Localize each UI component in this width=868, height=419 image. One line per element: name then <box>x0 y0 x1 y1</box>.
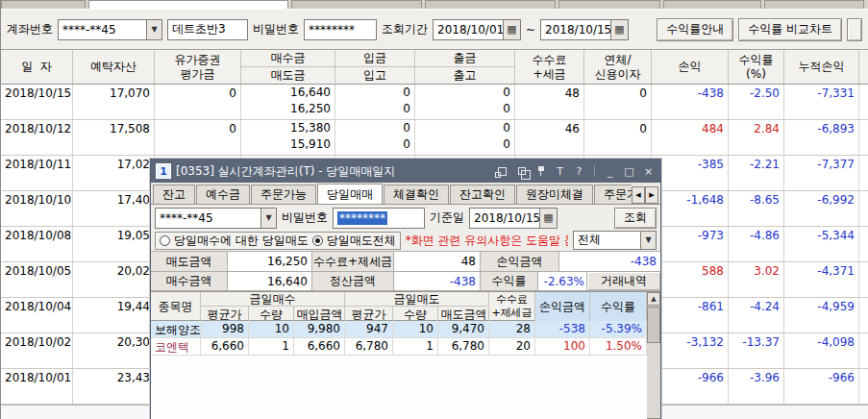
scrollbar-thumb[interactable] <box>647 307 660 343</box>
popup-tab-2[interactable]: 예수금 <box>196 185 250 204</box>
header-line: 수익률 <box>739 53 774 67</box>
radio-buy-sell-label[interactable]: 당일매수에 대한 당일매도 <box>174 233 309 249</box>
interest-cell: 0 <box>584 120 652 155</box>
period-tilde: ~ <box>526 23 535 37</box>
pl-label: 손익금액 <box>481 252 559 271</box>
popup-titlebar[interactable]: 1 [0353] 실시간계좌관리(T) - 당일매매일지 T ? _ □ × <box>151 160 660 183</box>
profit-compare-chart-button[interactable]: 수익률 비교차트 <box>738 18 842 41</box>
period-from-field[interactable]: 2018/10/01 <box>433 19 504 40</box>
popup-tab-6[interactable]: 잔고확인 <box>450 185 515 204</box>
dock-icon[interactable] <box>495 164 509 178</box>
window-tab-stub[interactable] <box>558 0 660 9</box>
text-tool-icon[interactable]: T <box>553 164 567 178</box>
password-field[interactable]: ******** <box>304 19 377 40</box>
popup-tab-5[interactable]: 체결확인 <box>384 185 449 204</box>
popup-tab-bar: 잔고예수금주문가능당일매매체결확인잔고확인원장미체결주문가능추정 ◀ ▶ <box>151 183 660 205</box>
main-table-row[interactable]: 2018/10/1217,508015,38015,91000004604842… <box>1 120 868 156</box>
radio-buy-sell-icon[interactable] <box>160 235 170 246</box>
radio-sell-all-label[interactable]: 당일매도전체 <box>327 233 396 249</box>
base-date-field[interactable]: 2018/10/15 <box>469 208 540 229</box>
clipped-button[interactable] <box>847 18 862 41</box>
radio-sell-all-icon[interactable] <box>312 235 323 246</box>
popup-account-row: ****-**45 ▼ 비밀번호 ******** 기준일 2018/10/15… <box>151 205 660 231</box>
header-line: 연체/ <box>604 53 631 67</box>
securities-eval-cell: 0 <box>155 85 241 119</box>
pl-cell: -973 <box>652 227 729 261</box>
fee-value: 48 <box>394 252 481 271</box>
scope-select[interactable]: 전체 ▼ <box>573 231 657 252</box>
period-label: 조회기간 <box>382 21 428 37</box>
trade-history-button[interactable]: 거래내역 <box>587 272 660 290</box>
query-button[interactable]: 조회 <box>614 208 657 229</box>
rate-cell: -13.37 <box>729 333 784 368</box>
header-rate: 수익률 (%) <box>729 50 784 84</box>
chevron-down-icon[interactable]: ▼ <box>640 231 657 250</box>
cum-pl-cell: -966 <box>784 369 859 404</box>
window-tab-stub[interactable] <box>1 0 86 9</box>
stock-name-cell: 보해양조 <box>151 321 201 337</box>
cash-out: 0 <box>415 120 514 136</box>
period-to-field[interactable]: 2018/10/15 <box>540 19 611 40</box>
partial-column-cell <box>859 298 868 333</box>
header-deposit-in: 입금 입고 <box>335 50 415 84</box>
chevron-down-icon[interactable]: ▼ <box>260 208 277 229</box>
popup-tab-4[interactable]: 당일매매 <box>317 184 383 204</box>
main-table-row[interactable]: 2018/10/1517,070016,64016,2500000480-438… <box>1 85 868 120</box>
popup-account-number[interactable]: ****-**45 <box>155 208 260 229</box>
account-number-value[interactable]: ****-**45 <box>58 19 146 40</box>
account-combobox[interactable]: ****-**45 ▼ <box>58 19 162 40</box>
buy-amount: 16,640 <box>241 85 335 101</box>
trade-table-body: 보해양조998109,980947109,47028-538-5.39%코엔텍6… <box>151 321 647 356</box>
window-tab-stub[interactable] <box>291 0 422 9</box>
profit-guide-button[interactable]: 수익률안내 <box>657 18 733 41</box>
deposit-asset-cell: 17,02 <box>73 156 155 190</box>
withdraw-out-cell: 00 <box>415 120 515 155</box>
trade-row[interactable]: 코엔텍6,66016,6606,78016,780201001.50% <box>151 338 647 356</box>
minimize-icon[interactable]: _ <box>603 164 617 178</box>
trade-row[interactable]: 보해양조998109,980947109,47028-538-5.39% <box>151 321 647 338</box>
popup-tab-7[interactable]: 원장미체결 <box>516 185 593 204</box>
pl-cell: -966 <box>652 369 729 404</box>
window-tab-stub[interactable] <box>663 0 761 9</box>
buy-amount-label: 매수금액 <box>151 272 228 290</box>
th-pl: 손익금액 <box>535 292 590 321</box>
help-icon[interactable]: ? <box>572 164 586 178</box>
partial-column-cell <box>859 156 868 190</box>
duplicate-window-icon[interactable] <box>514 164 529 178</box>
popup-tab-3[interactable]: 주문가능 <box>251 185 316 204</box>
partial-column-cell <box>859 120 868 155</box>
window-tab-strip <box>1 0 868 9</box>
pl-cell: -438 <box>652 85 729 119</box>
header-buy: 매수금 <box>241 50 335 67</box>
tab-scroll-left-icon[interactable]: ◀ <box>632 186 645 204</box>
scroll-up-icon[interactable]: ▲ <box>647 292 660 306</box>
cum-pl-cell: -7,377 <box>784 156 859 190</box>
calendar-icon[interactable]: ▦ <box>611 19 629 40</box>
close-icon[interactable]: × <box>641 164 656 178</box>
th-buy-avg: 평균가 <box>201 307 249 321</box>
popup-account-combobox[interactable]: ****-**45 ▼ <box>155 208 277 229</box>
partial-column-cell <box>859 227 868 261</box>
calendar-icon[interactable]: ▦ <box>504 19 521 40</box>
window-tab-stub[interactable] <box>425 0 556 9</box>
date-cell: 2018/10/04 <box>1 298 73 333</box>
maximize-icon[interactable]: □ <box>622 164 636 178</box>
header-line: +세금 <box>533 67 565 82</box>
pl-cell: 100 <box>535 338 590 355</box>
pin-icon[interactable] <box>533 164 548 178</box>
trade-table-empty-area <box>151 356 647 419</box>
popup-tab-1[interactable]: 잔고 <box>153 185 195 204</box>
vertical-scrollbar[interactable]: ▲ ▼ <box>647 292 660 419</box>
th-stock-name: 종목명 <box>151 292 201 321</box>
window-tab-stub-active[interactable] <box>88 0 288 9</box>
account-name-field[interactable]: 데트초반3 <box>167 19 248 40</box>
header-withdraw-out: 출금 출고 <box>415 50 515 84</box>
calendar-icon[interactable]: ▦ <box>540 208 558 229</box>
window-tab-stub[interactable] <box>764 0 864 9</box>
popup-tab-8[interactable]: 주문가능추정 <box>594 185 632 204</box>
popup-password-field[interactable]: ******** <box>333 208 425 229</box>
account-label: 계좌번호 <box>7 21 53 37</box>
chevron-down-icon[interactable]: ▼ <box>146 19 162 40</box>
tab-scroll-right-icon[interactable]: ▶ <box>645 186 658 204</box>
scope-select-value[interactable]: 전체 <box>573 231 640 250</box>
